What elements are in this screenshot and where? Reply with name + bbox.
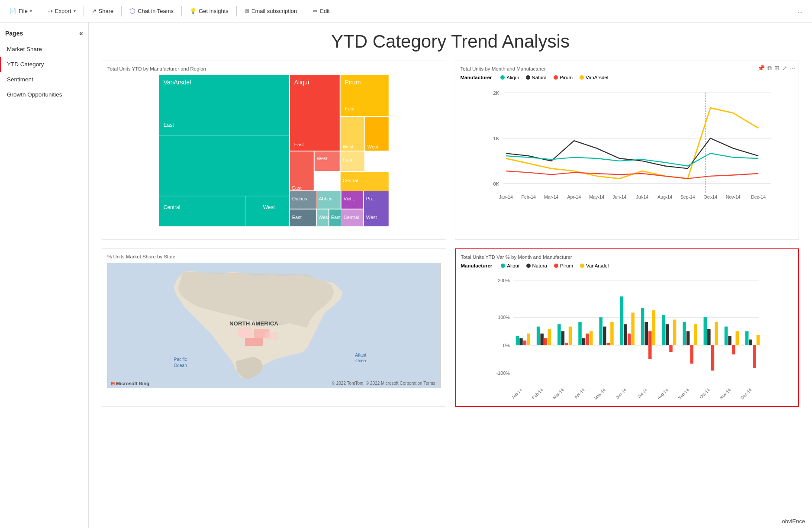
copy-icon[interactable]: ⧉ [767,64,772,72]
linechart-title: Total Units by Month and Manufacturer [461,66,794,71]
map-container[interactable]: NORTH AMERICA Pacific Ocean Atlant Ocea [107,263,441,388]
svg-rect-106 [631,312,635,345]
more-label: ... [798,8,802,14]
svg-text:Central: Central [343,178,358,183]
barchart-title: Total Units YTD Var % by Month and Manuf… [461,254,793,260]
svg-text:Abbas: Abbas [319,196,333,201]
svg-rect-94 [568,327,572,345]
svg-rect-89 [544,338,547,345]
options-icon[interactable]: ··· [790,64,795,72]
legend-pirum: Pirum [554,75,573,80]
svg-text:East: East [345,106,354,111]
barchart-legend-label: Manufacturer [461,263,493,268]
svg-text:May-14: May-14 [589,194,604,200]
sep-5 [236,6,237,16]
svg-text:West: West [367,144,378,149]
filter-icon[interactable]: ⊞ [774,64,780,72]
pirum-dot [554,75,558,80]
edit-label: Edit [320,8,329,14]
branding-label: obviEnce [782,518,805,525]
sep-1 [40,6,40,16]
barchart-legend-natura: Natura [526,263,548,268]
svg-text:Nov-14: Nov-14 [719,387,731,400]
svg-text:Sep-14: Sep-14 [680,194,695,200]
sidebar-item-market-share[interactable]: Market Share [0,42,88,57]
svg-text:East: East [164,122,174,128]
barchart-container[interactable]: 200% 100% 0% -100% [461,271,793,401]
svg-text:1K: 1K [493,135,499,141]
visuals-grid: Total Units YTD by Manufacturer and Regi… [102,61,799,407]
sidebar: Pages « Market Share YTD Category Sentim… [0,23,89,528]
treemap-container[interactable]: VanArsdel East Central West [107,75,441,226]
svg-text:Vict...: Vict... [344,196,355,201]
svg-rect-88 [540,334,544,345]
chat-label: Chat in Teams [138,8,174,14]
barchart-natura-label: Natura [532,263,548,268]
svg-rect-83 [516,336,519,345]
svg-rect-93 [565,343,568,345]
toolbar: 📄 File ▾ ⇢ Export ▾ ↗ Share ⬡ Chat in Te… [0,0,812,23]
natura-dot [526,75,530,80]
barchart-legend-aliqui: Aliqui [501,263,519,268]
svg-text:Oct-14: Oct-14 [698,387,711,400]
svg-rect-86 [527,334,530,345]
expand-icon[interactable]: ⤢ [782,64,787,72]
svg-text:Dec-14: Dec-14 [739,387,752,400]
pin-icon[interactable]: 📌 [757,64,765,72]
svg-rect-103 [620,296,623,345]
insights-button[interactable]: 💡 Get insights [185,5,233,17]
svg-rect-107 [641,308,644,345]
barchart-natura-dot [526,264,531,268]
export-label: Export [55,8,71,14]
svg-text:Oct-14: Oct-14 [703,194,717,200]
map-copyright: © 2022 TomTom, © 2022 Microsoft Corporat… [330,380,437,386]
sidebar-title: Pages [5,30,23,37]
svg-text:VanArsdel: VanArsdel [164,79,191,86]
svg-rect-69 [265,332,278,340]
linechart-container[interactable]: 2K 1K 0K [461,83,794,234]
svg-rect-119 [694,324,697,345]
svg-text:Aliqui: Aliqui [294,79,309,86]
export-button[interactable]: ⇢ Export ▾ [44,5,80,17]
more-button[interactable]: ... [793,5,807,17]
sidebar-item-ytd-category[interactable]: YTD Category [0,57,88,72]
map-wrapper: NORTH AMERICA Pacific Ocean Atlant Ocea [107,263,441,388]
svg-rect-116 [683,322,686,345]
svg-text:Jun-14: Jun-14 [612,194,626,200]
sep-3 [121,6,122,16]
linechart-legend: Manufacturer Aliqui Natura [461,75,794,80]
sidebar-collapse-button[interactable]: « [79,29,83,37]
vanarsdel-dot [580,75,584,80]
svg-text:100%: 100% [498,315,510,320]
share-icon: ↗ [92,8,97,14]
treemap-card: Total Units YTD by Manufacturer and Regi… [102,61,446,240]
svg-rect-120 [703,317,707,345]
svg-text:Central: Central [164,204,180,210]
export-chevron: ▾ [74,9,76,13]
file-button[interactable]: 📄 File ▾ [5,5,36,17]
share-button[interactable]: ↗ Share [87,5,118,17]
svg-text:East: East [292,215,302,220]
email-button[interactable]: ✉ Email subscription [240,5,302,17]
barchart-vanarsdel-dot [580,264,584,268]
svg-rect-95 [578,322,582,345]
svg-rect-87 [536,327,540,345]
treemap-vanarsdel[interactable] [159,75,289,226]
svg-text:Apr-14: Apr-14 [567,194,581,200]
svg-rect-121 [707,329,711,345]
svg-rect-98 [589,331,593,345]
file-chevron: ▾ [30,9,32,13]
sidebar-item-label: Market Share [7,46,42,52]
sidebar-item-sentiment[interactable]: Sentiment [0,72,88,87]
svg-rect-84 [519,338,523,345]
treemap-aliqui-top[interactable] [290,75,340,151]
svg-rect-114 [669,345,673,352]
edit-button[interactable]: ✏ Edit [309,5,334,17]
chat-teams-button[interactable]: ⬡ Chat in Teams [125,4,178,18]
linechart-actions: 📌 ⧉ ⊞ ⤢ ··· [757,64,795,72]
svg-rect-105 [627,334,631,345]
edit-icon: ✏ [313,8,318,14]
aliqui-label: Aliqui [506,75,519,80]
svg-rect-110 [652,310,655,345]
sidebar-item-growth-opportunities[interactable]: Growth Opportunities [0,87,88,102]
